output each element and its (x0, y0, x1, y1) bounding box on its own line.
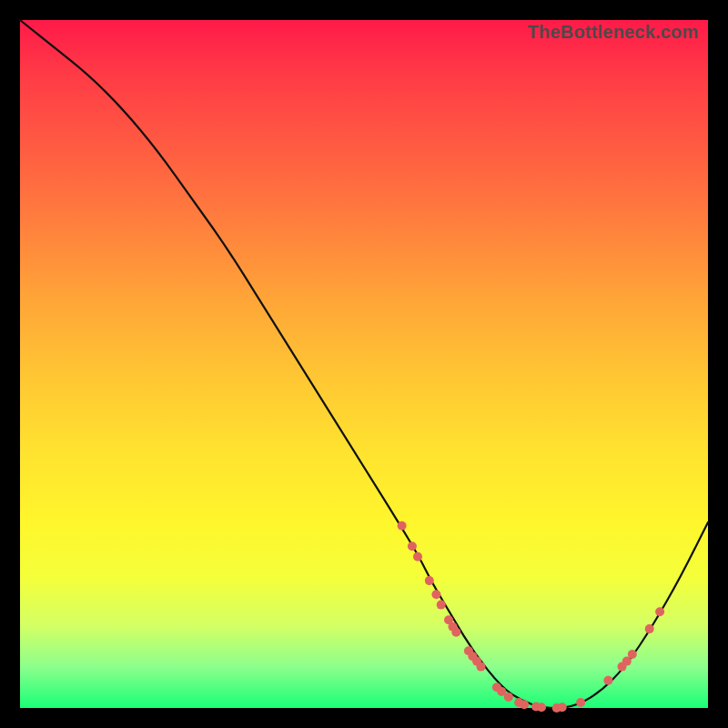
data-point (576, 698, 585, 707)
data-point (477, 662, 486, 672)
data-point (537, 703, 546, 712)
data-point (425, 576, 434, 585)
data-point (645, 624, 654, 633)
data-point (413, 552, 422, 561)
data-point (437, 601, 446, 610)
chart-svg (20, 20, 708, 708)
data-points-group (398, 521, 664, 713)
data-point (655, 607, 664, 616)
data-point (398, 521, 407, 531)
data-point (628, 650, 637, 659)
data-point (558, 703, 567, 712)
chart-stage: TheBottleneck.com (0, 0, 728, 728)
data-point (603, 676, 612, 685)
chart-plot-area: TheBottleneck.com (20, 20, 708, 708)
data-point (431, 590, 440, 599)
data-point (408, 541, 417, 551)
data-point (520, 700, 529, 709)
data-point (451, 628, 460, 637)
data-point (504, 693, 513, 702)
bottleneck-curve (20, 20, 708, 708)
